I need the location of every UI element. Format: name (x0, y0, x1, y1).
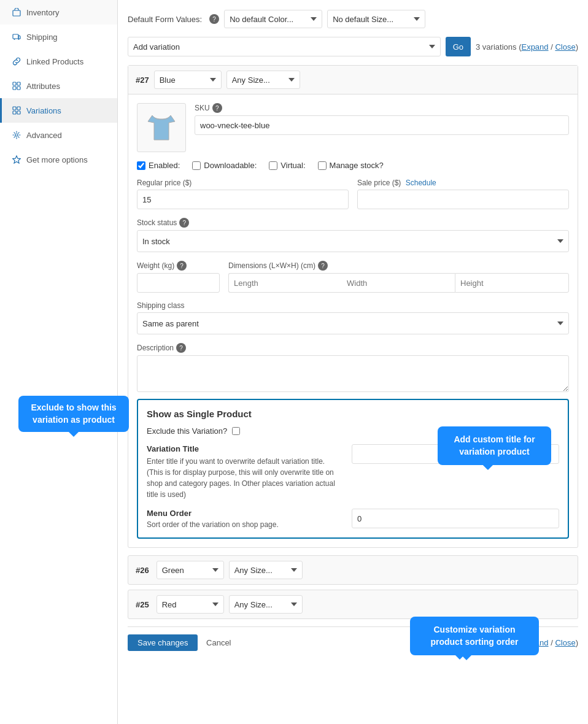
svg-point-12 (15, 134, 18, 136)
svg-rect-10 (13, 111, 16, 114)
enabled-checkbox-label[interactable]: Enabled: (137, 161, 180, 170)
menu-order-label-area: Menu Order Sort order of the variation o… (147, 509, 343, 529)
svg-rect-7 (17, 87, 20, 90)
sidebar-item-attributes[interactable]: Attributes (0, 74, 117, 98)
get-more-icon (12, 155, 21, 164)
sidebar: Inventory Shipping (0, 0, 118, 724)
default-form-help-icon[interactable]: ? (209, 14, 219, 24)
exclude-checkbox[interactable] (232, 427, 240, 435)
sorting-tooltip-bubble: Customize variation product sorting orde… (410, 617, 539, 655)
variation-26-color-select[interactable]: Green (157, 561, 224, 579)
sidebar-item-get-more-options[interactable]: Get more options (0, 147, 117, 172)
virtual-checkbox-label[interactable]: Virtual: (269, 161, 305, 170)
sidebar-item-advanced-label: Advanced (26, 131, 62, 140)
variation-27-block: #27 Blue Any Size... (128, 65, 578, 548)
sidebar-item-shipping[interactable]: Shipping (0, 25, 117, 49)
variation-title-strong: Variation Title (147, 444, 343, 453)
svg-point-3 (18, 39, 20, 40)
sidebar-item-variations-label: Variations (26, 106, 61, 115)
color-default-select[interactable]: No default Color... (224, 10, 322, 28)
schedule-link[interactable]: Schedule (406, 179, 436, 187)
single-product-section: Show as Single Product Exclude this Vari… (137, 399, 569, 539)
weight-input[interactable] (137, 273, 220, 293)
svg-marker-13 (13, 156, 21, 163)
variation-25-color-select[interactable]: Red (157, 595, 224, 614)
checkboxes-row: Enabled: Downloadable: Virtual: Man (137, 161, 569, 170)
weight-field: Weight (kg) ? (137, 261, 220, 293)
variation-27-size-select[interactable]: Any Size... (226, 71, 300, 89)
manage-stock-checkbox-label[interactable]: Manage stock? (318, 161, 384, 170)
stock-status-select[interactable]: In stock (137, 230, 569, 252)
cancel-link[interactable]: Cancel (206, 638, 231, 647)
add-variation-row: Add variation Go 3 variations (Expand / … (128, 37, 578, 56)
default-form-values-row: Default Form Values: ? No default Color.… (128, 10, 578, 28)
enabled-checkbox[interactable] (137, 161, 145, 170)
tshirt-image (143, 109, 180, 146)
width-input[interactable] (342, 273, 455, 293)
stock-status-label: Stock status ? (137, 218, 569, 228)
close-link-footer[interactable]: Close (555, 638, 575, 647)
shipping-class-select[interactable]: Same as parent (137, 312, 569, 334)
shipping-class-row: Shipping class Same as parent (137, 301, 569, 334)
sku-help-icon[interactable]: ? (212, 103, 222, 113)
variation-25-size-select[interactable]: Any Size... (229, 595, 303, 614)
sidebar-item-get-more-options-label: Get more options (26, 155, 88, 164)
downloadable-checkbox[interactable] (192, 161, 201, 170)
exclude-tooltip-bubble: Exclude to show this variation as produc… (18, 396, 129, 432)
manage-stock-checkbox[interactable] (318, 161, 327, 170)
size-default-select[interactable]: No default Size... (327, 10, 425, 28)
link-icon (12, 56, 21, 66)
menu-order-input[interactable] (352, 509, 559, 528)
sidebar-item-variations[interactable]: Variations (0, 98, 117, 123)
variation-27-color-select[interactable]: Blue (154, 71, 222, 89)
svg-rect-1 (13, 34, 18, 39)
svg-point-2 (14, 39, 15, 40)
weight-help-icon[interactable]: ? (177, 261, 187, 271)
sidebar-item-linked-products[interactable]: Linked Products (0, 49, 117, 74)
add-variation-select[interactable]: Add variation (128, 37, 441, 56)
variation-26-size-select[interactable]: Any Size... (229, 561, 303, 579)
svg-rect-6 (13, 87, 16, 90)
height-input[interactable] (455, 273, 569, 293)
close-link-header[interactable]: Close (555, 42, 575, 52)
stock-status-help-icon[interactable]: ? (179, 218, 189, 228)
svg-rect-11 (17, 111, 20, 114)
variation-27-image[interactable] (137, 103, 186, 152)
sale-price-input[interactable] (357, 190, 569, 209)
sku-label: SKU ? (195, 103, 569, 113)
sidebar-item-inventory[interactable]: Inventory (0, 0, 117, 25)
price-row: Regular price ($) Sale price ($) Schedul… (137, 179, 569, 209)
custom-title-tooltip-bubble: Add custom title for variation product (438, 426, 551, 465)
attributes-icon (12, 81, 21, 91)
dimensions-inputs (228, 273, 569, 293)
main-content: Default Form Values: ? No default Color.… (118, 0, 588, 724)
dimensions-help-icon[interactable]: ? (318, 261, 328, 271)
variation-27-number: #27 (136, 75, 149, 85)
menu-order-desc: Sort order of the variation on shop page… (147, 520, 343, 529)
regular-price-input[interactable] (137, 190, 349, 209)
sidebar-item-linked-products-label: Linked Products (26, 57, 83, 66)
length-input[interactable] (228, 273, 342, 293)
sku-field: SKU ? (195, 103, 569, 152)
svg-rect-5 (17, 82, 20, 85)
regular-price-label: Regular price ($) (137, 179, 349, 187)
downloadable-checkbox-label[interactable]: Downloadable: (192, 161, 257, 170)
variation-25-block: #25 Red Any Size... (128, 590, 578, 619)
virtual-checkbox[interactable] (269, 161, 277, 170)
description-label: Description ? (137, 343, 569, 353)
sale-price-label: Sale price ($) Schedule (357, 179, 569, 187)
menu-order-strong: Menu Order (147, 509, 343, 518)
sidebar-item-advanced[interactable]: Advanced (0, 123, 117, 147)
description-textarea[interactable] (137, 355, 569, 392)
save-button[interactable]: Save changes (128, 634, 198, 651)
expand-link-header[interactable]: Expand (521, 42, 548, 52)
svg-rect-8 (13, 107, 16, 110)
single-product-title: Show as Single Product (147, 409, 559, 419)
default-form-values-label: Default Form Values: (128, 15, 202, 24)
go-button[interactable]: Go (446, 37, 471, 56)
description-help-icon[interactable]: ? (176, 343, 186, 353)
sku-input[interactable] (195, 115, 569, 135)
inventory-icon (12, 7, 21, 17)
variations-count-header: 3 variations (Expand / Close) (476, 42, 578, 52)
dimensions-row: Weight (kg) ? Dimensions (L×W×H) (cm) ? (137, 261, 569, 293)
